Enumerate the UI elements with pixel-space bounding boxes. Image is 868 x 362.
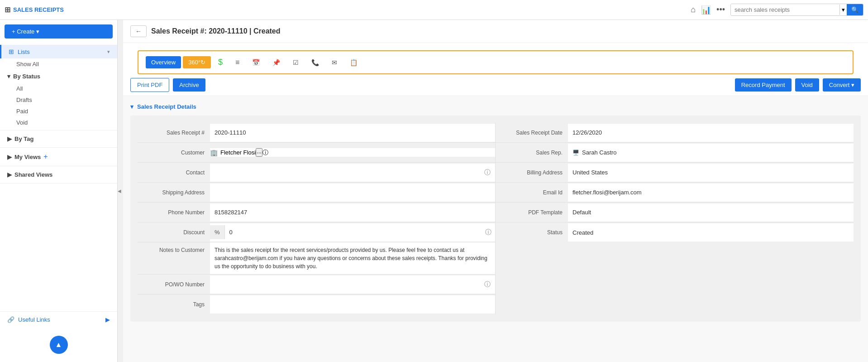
by-status-chevron: ▾ xyxy=(7,73,10,80)
tab-bar-wrapper: Overview 360°↻ $ ≡ 📅 📌 xyxy=(123,43,868,74)
lists-label: Lists xyxy=(18,48,30,55)
value-billing-address: United States xyxy=(568,164,854,182)
search-submit-button[interactable]: 🔍 xyxy=(847,4,863,15)
tab-360[interactable]: 360°↻ xyxy=(183,56,211,68)
sidebar-shared-views[interactable]: ▶ Shared Views xyxy=(0,168,117,181)
field-customer: Customer 🏢 Fletcher Flosi ··· ⓘ xyxy=(138,143,495,163)
chart-button[interactable]: 📊 xyxy=(701,5,711,15)
sidebar-my-views[interactable]: ▶ My Views + xyxy=(0,150,117,164)
label-phone-number: Phone Number xyxy=(138,209,210,216)
add-my-view-button[interactable]: + xyxy=(43,153,48,161)
void-button[interactable]: Void xyxy=(795,78,819,92)
sidebar-by-tag[interactable]: ▶ By Tag xyxy=(0,132,117,145)
section-header[interactable]: ▾ Sales Receipt Details xyxy=(130,103,861,110)
customer-info-icon[interactable]: ⓘ xyxy=(262,149,268,157)
more-button[interactable]: ••• xyxy=(716,5,725,14)
label-sales-rep: Sales Rep. xyxy=(496,150,568,156)
value-sales-rep: 🖥️ Sarah Castro xyxy=(568,144,854,162)
value-tags[interactable] xyxy=(210,295,495,314)
tab-check-icon: ☑ xyxy=(293,59,299,66)
label-billing-address: Billing Address xyxy=(496,169,568,176)
field-email-id: Email Id fletcher.flosi@berijam.com xyxy=(496,183,854,203)
section-title: Sales Receipt Details xyxy=(137,103,196,110)
sidebar-bottom: 🔗 Useful Links ▶ ▲ xyxy=(0,311,117,362)
field-sales-rep: Sales Rep. 🖥️ Sarah Castro xyxy=(496,143,854,163)
create-button[interactable]: + Create ▾ xyxy=(5,24,113,39)
label-notes: Notes to Customer xyxy=(138,242,210,253)
sidebar-by-status[interactable]: ▾ By Status xyxy=(0,70,117,83)
sidebar-status-void[interactable]: Void xyxy=(0,117,117,128)
tab-phone[interactable]: 📞 xyxy=(306,56,324,69)
tab-pin-icon: 📌 xyxy=(272,59,280,66)
field-pdf-template: PDF Template Default xyxy=(496,203,854,222)
sidebar-status-drafts[interactable]: Drafts xyxy=(0,94,117,106)
field-powo-number: PO/WO Number ⓘ xyxy=(138,275,495,294)
app-title-area: ⊞ SALES RECEIPTS xyxy=(5,5,64,14)
tab-overview[interactable]: Overview xyxy=(146,56,181,68)
grid-icon: ⊞ xyxy=(5,5,10,14)
shared-views-chevron: ▶ xyxy=(7,171,12,178)
label-receipt-date: Sales Receipt Date xyxy=(496,130,568,136)
tab-calendar[interactable]: 📅 xyxy=(247,56,265,69)
value-notes[interactable]: This is the sales receipt for the recent… xyxy=(210,242,495,274)
sidebar-collapse-button[interactable]: ▲ xyxy=(50,336,68,354)
app-title: SALES RECEIPTS xyxy=(13,6,64,13)
label-sales-receipt-num: Sales Receipt # xyxy=(138,130,210,136)
contact-info-icon[interactable]: ⓘ xyxy=(484,169,491,177)
search-dropdown-button[interactable]: ▾ xyxy=(839,5,847,15)
lists-icon: ⊞ xyxy=(9,48,14,55)
sidebar-item-lists[interactable]: ⊞ Lists ▾ xyxy=(0,45,117,58)
content-area: ← Sales Receipt #: 2020-11110 | Created … xyxy=(123,20,868,362)
my-views-chevron: ▶ xyxy=(7,154,12,160)
value-contact[interactable]: ⓘ xyxy=(210,164,495,182)
form-right-col: Sales Receipt Date 12/26/2020 Sales Rep.… xyxy=(496,123,854,314)
customer-link[interactable]: Fletcher Flosi xyxy=(220,149,256,156)
by-tag-chevron: ▶ xyxy=(7,135,12,142)
back-button[interactable]: ← xyxy=(130,25,147,37)
label-tags: Tags xyxy=(138,301,210,308)
home-button[interactable]: ⌂ xyxy=(691,5,696,14)
label-contact: Contact xyxy=(138,169,210,176)
content-wrapper: ◀ ← Sales Receipt #: 2020-11110 | Create… xyxy=(118,20,868,362)
print-pdf-button[interactable]: Print PDF xyxy=(130,78,169,92)
tab-dollar[interactable]: $ xyxy=(213,55,228,70)
section-chevron: ▾ xyxy=(130,103,134,110)
tab-bar: Overview 360°↻ $ ≡ 📅 📌 xyxy=(138,50,854,74)
field-sales-receipt-num: Sales Receipt # 2020-11110 xyxy=(138,123,495,143)
value-email-id: fletcher.flosi@berijam.com xyxy=(568,183,854,202)
sidebar-status-all[interactable]: All xyxy=(0,83,117,94)
sidebar-status-paid[interactable]: Paid xyxy=(0,106,117,117)
customer-dots-button[interactable]: ··· xyxy=(256,148,262,157)
label-powo-number: PO/WO Number xyxy=(138,281,210,288)
sidebar-show-all[interactable]: Show All xyxy=(0,58,117,70)
tab-calendar-icon: 📅 xyxy=(252,59,260,66)
value-customer-group: 🏢 Fletcher Flosi ··· ⓘ xyxy=(210,148,495,157)
search-input[interactable] xyxy=(731,4,839,15)
sidebar-my-views-section: ▶ My Views + xyxy=(0,148,117,166)
value-shipping-address[interactable] xyxy=(210,183,495,202)
top-nav-icons: ⌂ 📊 ••• ▾ 🔍 xyxy=(691,4,863,16)
tab-pin[interactable]: 📌 xyxy=(267,56,286,69)
tab-email[interactable]: ✉ xyxy=(326,56,343,69)
tab-phone-icon: 📞 xyxy=(311,59,319,66)
discount-info-icon[interactable]: ⓘ xyxy=(485,228,495,237)
sidebar-collapse-handle[interactable]: ◀ xyxy=(118,20,123,362)
powo-info-icon[interactable]: ⓘ xyxy=(484,280,491,289)
field-status: Status Created xyxy=(496,222,854,242)
value-receipt-date: 12/26/2020 xyxy=(568,124,854,142)
value-pdf-template: Default xyxy=(568,203,854,222)
collapse-handle-icon: ◀ xyxy=(118,188,121,193)
archive-button[interactable]: Archive xyxy=(173,78,205,92)
sidebar-by-tag-section: ▶ By Tag xyxy=(0,130,117,148)
tab-list[interactable]: ≡ xyxy=(230,56,245,69)
record-payment-button[interactable]: Record Payment xyxy=(735,78,792,92)
tab-notes-icon: 📋 xyxy=(350,59,358,66)
value-powo-number[interactable]: ⓘ xyxy=(210,275,495,294)
convert-button[interactable]: Convert ▾ xyxy=(823,78,861,92)
field-billing-address: Billing Address United States xyxy=(496,163,854,183)
tab-notes[interactable]: 📋 xyxy=(344,56,363,69)
tab-check[interactable]: ☑ xyxy=(287,56,304,69)
field-shipping-address: Shipping Address xyxy=(138,183,495,203)
action-bar: Print PDF Archive Record Payment Void Co… xyxy=(123,74,868,96)
sidebar-useful-links[interactable]: 🔗 Useful Links ▶ xyxy=(0,311,117,328)
